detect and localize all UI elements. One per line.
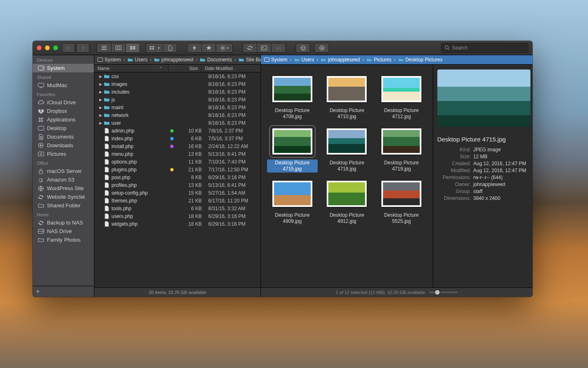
chevron-right-icon: › <box>234 57 237 63</box>
thumbnail-item[interactable]: Desktop Picture 4710.jpg <box>321 76 372 120</box>
sidebar-item-icloud-drive[interactable]: iCloud Drive <box>33 98 94 107</box>
table-row[interactable]: themes.php21 KB6/17/16, 11:20 PM <box>94 197 261 204</box>
back-button[interactable] <box>62 43 75 53</box>
path-segment[interactable]: System <box>98 57 121 63</box>
pictures-icon <box>38 152 44 156</box>
right-path-bar[interactable]: System›Users›johnappleseed›Pictures›Desk… <box>261 55 532 65</box>
add-location-button[interactable]: + <box>33 286 94 297</box>
path-segment[interactable]: johnappleseed <box>321 57 360 63</box>
table-row[interactable]: ▶images8/16/16, 6:23 PM <box>94 80 261 88</box>
sidebar-item-documents[interactable]: Documents <box>33 132 94 141</box>
sidebar-item-downloads[interactable]: Downloads <box>33 141 94 150</box>
path-segment[interactable]: johnappleseed <box>154 57 193 63</box>
thumbnail-item[interactable]: Desktop Picture 5525.jpg <box>376 181 427 225</box>
col-name[interactable]: Name⌃ <box>94 65 169 72</box>
table-row[interactable]: tools.php6 KB8/31/15, 3:32 AM <box>94 204 261 212</box>
table-row[interactable]: ▶user8/16/16, 6:23 PM <box>94 119 261 127</box>
sidebar-item-backup-to-nas[interactable]: Backup to NAS <box>33 218 94 227</box>
path-segment[interactable]: System <box>264 57 287 63</box>
sidebar-item-applications[interactable]: Applications <box>33 115 94 124</box>
table-row[interactable]: ▶network8/16/16, 6:23 PM <box>94 111 261 119</box>
col-size[interactable]: Size <box>169 65 202 72</box>
table-row[interactable]: menu.php13 KB5/13/16, 6:41 PM <box>94 150 261 158</box>
path-segment[interactable]: Desktop Pictures <box>398 57 443 63</box>
table-row[interactable]: options.php11 KB7/10/16, 7:43 PM <box>94 158 261 166</box>
favorite-icon[interactable] <box>201 43 216 53</box>
disclosure-triangle-icon[interactable]: ▶ <box>98 90 103 94</box>
sidebar-item-nas-drive[interactable]: NAS Drive <box>33 227 94 236</box>
disclosure-triangle-icon[interactable]: ▶ <box>98 74 103 79</box>
sidebar-item-family-photos[interactable]: Family Photos <box>33 236 94 244</box>
table-row[interactable]: ▶maint8/16/16, 6:23 PM <box>94 103 261 111</box>
thumbnail-size-slider[interactable] <box>429 292 458 293</box>
thumbnail-item[interactable]: Desktop Picture 4719.jpg <box>376 128 427 173</box>
merge-icon[interactable] <box>271 43 286 53</box>
disclosure-triangle-icon[interactable]: ▶ <box>98 105 103 110</box>
disclosure-triangle-icon[interactable]: ▶ <box>98 82 103 86</box>
table-row[interactable]: ▶includes8/16/16, 6:23 PM <box>94 88 261 96</box>
thumbnail-item[interactable]: Desktop Picture 4712.jpg <box>376 76 427 120</box>
preview-metadata: Kind:JPEG image Size:12 MB Created:Aug 1… <box>437 147 528 201</box>
disclosure-triangle-icon[interactable]: ▶ <box>98 98 103 102</box>
table-row[interactable]: ▶js8/16/16, 6:23 PM <box>94 96 261 103</box>
path-segment[interactable]: Pictures <box>366 57 391 63</box>
path-segment[interactable]: Users <box>127 57 147 63</box>
table-row[interactable]: users.php18 KB6/29/16, 3:16 PM <box>94 212 261 220</box>
download-icon[interactable] <box>314 43 329 53</box>
table-row[interactable]: index.php6 KB7/5/16, 3:37 PM <box>94 135 261 142</box>
file-icon <box>103 221 110 227</box>
table-row[interactable]: install.php16 KB2/24/16, 12:22 AM <box>94 142 261 150</box>
sidebar-item-dropbox[interactable]: Dropbox <box>33 107 94 115</box>
sidebar-item-shared-folder[interactable]: Shared Folder <box>33 201 94 210</box>
thumbnail-item[interactable]: Desktop Picture 4715.jpg <box>267 128 318 173</box>
disclosure-triangle-icon[interactable]: ▶ <box>98 113 103 117</box>
table-row[interactable]: admin.php10 KB7/8/16, 2:37 PM <box>94 127 261 135</box>
svg-rect-23 <box>39 171 43 174</box>
sidebar-item-desktop[interactable]: Desktop <box>33 124 94 132</box>
thumbnail-item[interactable]: Desktop Picture 4708.jpg <box>267 76 318 120</box>
quick-action-icon[interactable] <box>187 43 201 53</box>
close-button[interactable] <box>37 45 42 50</box>
folder-icon <box>103 105 110 110</box>
sidebar-item-mudmac[interactable]: MudMac <box>33 81 94 90</box>
file-icon <box>103 167 110 173</box>
lock-icon <box>38 168 44 174</box>
sidebar-item-system[interactable]: System <box>33 64 94 72</box>
table-row[interactable]: plugins.php21 KB7/17/16, 12:50 PM <box>94 166 261 173</box>
path-segment[interactable]: Documents <box>200 57 232 63</box>
table-row[interactable]: post.php8 KB6/29/16, 3:16 PM <box>94 173 261 181</box>
table-row[interactable]: profiles.php13 KB5/13/16, 6:41 PM <box>94 181 261 189</box>
thumbnail-item[interactable]: Desktop Picture 4912.jpg <box>321 181 372 225</box>
zoom-button[interactable] <box>53 45 58 50</box>
forward-button[interactable] <box>76 43 89 53</box>
arrange-button[interactable]: ▾ <box>146 43 163 53</box>
view-icons-icon[interactable] <box>125 43 140 53</box>
sync-icon[interactable] <box>243 43 257 53</box>
disclosure-triangle-icon[interactable]: ▶ <box>98 121 103 125</box>
thumbnail-item[interactable]: Desktop Picture 4716.jpg <box>321 128 372 173</box>
path-segment[interactable]: Users <box>294 57 314 63</box>
sidebar-item-website-synclet[interactable]: Website Synclet <box>33 193 94 201</box>
thumbnail-item[interactable]: Desktop Picture 4909.jpg <box>267 181 318 225</box>
minimize-button[interactable] <box>45 45 50 50</box>
sidebar-item-macos-server[interactable]: macOS Server <box>33 167 94 175</box>
gear-icon[interactable]: ▾ <box>216 43 233 53</box>
table-row[interactable]: setup-config.php15 KB5/27/16, 1:54 AM <box>94 189 261 197</box>
emoji-icon[interactable] <box>296 43 310 53</box>
file-name: install.php <box>110 144 168 149</box>
search-input[interactable]: Search <box>441 43 528 53</box>
nas-icon <box>38 229 44 233</box>
view-columns-icon[interactable] <box>111 43 125 53</box>
sidebar-item-amazon-s3[interactable]: Amazon S3 <box>33 175 94 184</box>
view-list-icon[interactable] <box>97 43 111 53</box>
thumbnail-label: Desktop Picture 4712.jpg <box>376 107 427 120</box>
left-path-bar[interactable]: System›Users›johnappleseed›Documents›Sit… <box>94 55 261 65</box>
sidebar-item-pictures[interactable]: Pictures <box>33 150 94 158</box>
table-row[interactable]: widgets.php18 KB6/29/16, 3:16 PM <box>94 220 261 228</box>
terminal-icon[interactable] <box>257 43 271 53</box>
col-date[interactable]: Date Modified <box>202 65 261 72</box>
new-document-icon[interactable] <box>163 43 177 53</box>
downloads-icon <box>38 143 44 148</box>
table-row[interactable]: ▶css8/16/16, 6:23 PM <box>94 72 261 80</box>
sidebar-item-wordpress-site[interactable]: WordPress Site <box>33 184 94 193</box>
